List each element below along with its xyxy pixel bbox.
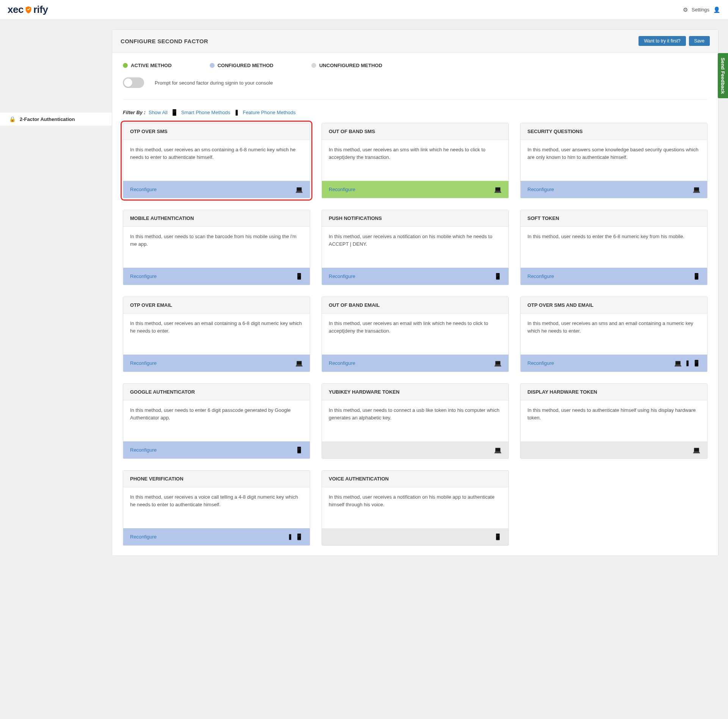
card-description: In this method, user receives an sms and… xyxy=(521,314,707,355)
card-title: DISPLAY HARDWARE TOKEN xyxy=(521,384,707,400)
card-description: In this method, user receives an sms wit… xyxy=(322,140,508,181)
sidebar-item[interactable]: •User Stores xyxy=(0,61,112,74)
legend-configured: CONFIGURED METHOD xyxy=(210,63,273,68)
smartphone-icon xyxy=(295,272,303,280)
sidebar-item-label: Reports xyxy=(20,180,37,185)
sidebar-item[interactable]: •Users xyxy=(0,150,112,163)
sidebar-item-label: Policies xyxy=(20,91,37,96)
smartphone-icon xyxy=(693,359,700,367)
reconfigure-link[interactable]: Reconfigure xyxy=(130,534,157,540)
card-footer: Reconfigure xyxy=(322,528,508,545)
sidebar-item-label: Identity Providers xyxy=(20,52,58,58)
main-content: CONFIGURE SECOND FACTOR Want to try it f… xyxy=(112,20,728,565)
card-footer: Reconfigure xyxy=(322,355,508,372)
reconfigure-link[interactable]: Reconfigure xyxy=(130,447,157,453)
sidebar-item[interactable]: •License xyxy=(0,189,112,202)
sidebar-item[interactable]: 🔒2-Factor Authentication xyxy=(0,113,112,126)
sidebar-item[interactable]: •Customization xyxy=(0,100,112,113)
method-card: DISPLAY HARDWARE TOKENIn this method, us… xyxy=(520,383,708,459)
device-icons xyxy=(295,359,303,367)
reconfigure-link[interactable]: Reconfigure xyxy=(130,360,157,366)
method-card: PUSH NOTIFICATIONSIn this method, user r… xyxy=(322,210,509,285)
toggle-label: Prompt for second factor during signin t… xyxy=(155,80,273,86)
toggle-knob xyxy=(124,78,132,87)
reconfigure-link[interactable]: Reconfigure xyxy=(329,273,355,279)
method-card: YUBIKEY HARDWARE TOKENIn this method, us… xyxy=(322,383,509,459)
page-title: CONFIGURE SECOND FACTOR xyxy=(121,38,208,44)
card-title: MOBILE AUTHENTICATION xyxy=(123,210,310,227)
lock-icon: • xyxy=(9,27,15,33)
filter-smart[interactable]: Smart Phone Methods xyxy=(181,110,230,115)
card-description: In this method, user receives a notifica… xyxy=(322,227,508,268)
reconfigure-link[interactable]: Reconfigure xyxy=(130,187,157,192)
reconfigure-link[interactable]: Reconfigure xyxy=(329,187,355,192)
sidebar-item[interactable]: •Identity Providers xyxy=(0,48,112,61)
sidebar-item-label: Adaptive Authentication xyxy=(20,129,71,135)
legend-unconfigured-label: UNCONFIGURED METHOD xyxy=(319,63,382,68)
device-icons xyxy=(494,359,502,367)
reconfigure-link[interactable]: Reconfigure xyxy=(527,273,554,279)
sidebar-item[interactable]: •Reports xyxy=(0,176,112,189)
reconfigure-link[interactable]: Reconfigure xyxy=(329,360,355,366)
reconfigure-link[interactable]: Reconfigure xyxy=(130,273,157,279)
device-icons xyxy=(693,272,700,280)
smartphone-icon xyxy=(494,533,502,541)
signin-toggle[interactable] xyxy=(123,77,144,88)
card-title: OTP OVER SMS xyxy=(123,123,310,140)
featurephone-icon xyxy=(287,533,293,541)
feedback-tab[interactable]: Send Feedback xyxy=(718,53,728,98)
sidebar-item-label: Users xyxy=(20,154,33,160)
card-description: In this method, user needs to connect a … xyxy=(322,400,508,441)
card-title: SOFT TOKEN xyxy=(521,210,707,227)
sidebar-item[interactable]: •Dashboard xyxy=(0,24,112,36)
method-card: PHONE VERIFICATIONIn this method, user r… xyxy=(123,470,310,546)
try-button[interactable]: Want to try it first? xyxy=(639,36,686,46)
lock-icon: • xyxy=(9,129,15,135)
card-title: OTP OVER SMS AND EMAIL xyxy=(521,297,707,314)
laptop-icon xyxy=(494,446,502,454)
device-icons xyxy=(494,272,502,280)
sidebar-item-label: Manage xyxy=(9,141,27,147)
device-icons xyxy=(494,185,502,193)
topbar: xec rify ⚙ Settings 👤 xyxy=(0,0,728,20)
reconfigure-link[interactable]: Reconfigure xyxy=(527,360,554,366)
card-title: VOICE AUTHENTICATION xyxy=(322,471,508,487)
filter-show-all[interactable]: Show All xyxy=(149,110,168,115)
device-icons xyxy=(287,533,303,541)
smartphone-icon xyxy=(295,446,303,454)
lock-icon: • xyxy=(9,154,15,160)
sidebar-item[interactable]: •Apps xyxy=(0,74,112,87)
card-title: OTP OVER EMAIL xyxy=(123,297,310,314)
card-footer: Reconfigure xyxy=(123,528,310,545)
card-title: PHONE VERIFICATION xyxy=(123,471,310,487)
device-icons xyxy=(295,185,303,193)
reconfigure-link[interactable]: Reconfigure xyxy=(527,187,554,192)
device-icons xyxy=(494,533,502,541)
laptop-icon xyxy=(693,185,700,193)
laptop-icon xyxy=(494,185,502,193)
card-description: In this method, user receives an email c… xyxy=(123,314,310,355)
device-icons xyxy=(674,359,700,367)
user-icon[interactable]: 👤 xyxy=(713,6,720,13)
settings-link[interactable]: Settings xyxy=(692,7,709,13)
card-footer: Reconfigure xyxy=(521,355,707,372)
card-description: In this method, user receives a notifica… xyxy=(322,487,508,528)
config-panel: CONFIGURE SECOND FACTOR Want to try it f… xyxy=(112,29,719,556)
method-card: SOFT TOKENIn this method, user needs to … xyxy=(520,210,708,285)
method-card: OUT OF BAND SMSIn this method, user rece… xyxy=(322,123,509,198)
save-button[interactable]: Save xyxy=(689,36,710,46)
sidebar-item[interactable]: •Adaptive Authentication xyxy=(0,126,112,138)
card-description: In this method, user needs to scan the b… xyxy=(123,227,310,268)
sidebar-item-label: User Stores xyxy=(20,65,46,71)
device-icons xyxy=(494,446,502,454)
smartphone-icon xyxy=(295,533,303,541)
card-footer: Reconfigure xyxy=(123,441,310,458)
filter-feature[interactable]: Feature Phone Methods xyxy=(243,110,295,115)
gear-icon[interactable]: ⚙ xyxy=(683,6,688,13)
card-description: In this method, user needs to enter 6 di… xyxy=(123,400,310,441)
card-title: OUT OF BAND SMS xyxy=(322,123,508,140)
sidebar-item[interactable]: •Groups xyxy=(0,163,112,176)
sidebar-item[interactable]: •Policies xyxy=(0,87,112,100)
card-title: YUBIKEY HARDWARE TOKEN xyxy=(322,384,508,400)
sidebar-item-label: Configure xyxy=(9,39,30,45)
